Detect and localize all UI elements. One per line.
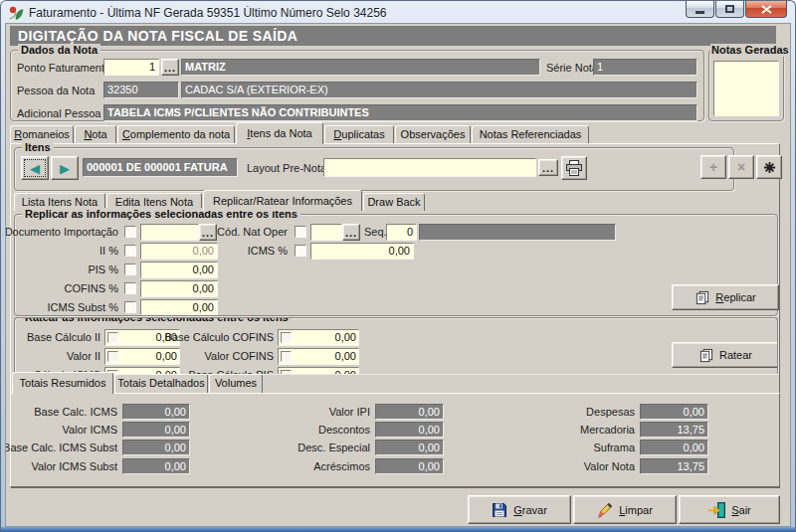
- base-calculo-cofins-input[interactable]: 0,00: [278, 329, 359, 346]
- valor-icms-label: Valor ICMS: [63, 424, 117, 437]
- valor-ipi-field: 0,00: [375, 404, 444, 420]
- base-calc-icms-subst-field: 0,00: [122, 440, 190, 455]
- refresh-item-button[interactable]: [756, 155, 782, 179]
- documento-importacao-input[interactable]: [140, 224, 199, 241]
- ponto-faturamento-input[interactable]: 1: [103, 59, 159, 76]
- maximize-button[interactable]: [715, 1, 744, 18]
- cofins-percent-checkbox[interactable]: [124, 282, 136, 294]
- valor-ii-input[interactable]: 0,00: [104, 348, 180, 365]
- documento-importacao-checkbox[interactable]: [124, 226, 136, 238]
- tab-nota[interactable]: Nota: [75, 125, 116, 143]
- icms-percent-checkbox[interactable]: [295, 245, 306, 257]
- pis-percent-label: PIS %: [88, 264, 118, 276]
- icms-subst-percent-input[interactable]: 0,00: [140, 299, 218, 315]
- base-calculo-cofins-value: 0,00: [294, 330, 356, 345]
- base-calculo-pis-input[interactable]: 0,00: [278, 367, 359, 374]
- valor-icms-field: 0,00: [122, 422, 190, 438]
- asterisk-gear-icon: [763, 161, 776, 174]
- tab-duplicatas[interactable]: Duplicatas: [324, 125, 394, 143]
- valor-cofins-input[interactable]: 0,00: [278, 348, 359, 365]
- acrescimos-field: 0,00: [375, 458, 444, 474]
- base-calculo-ii-checkbox[interactable]: [107, 332, 118, 343]
- totais-resumidos-page: Base Calc. ICMS 0,00 Valor ICMS 0,00 Bas…: [10, 393, 780, 487]
- client-area: DIGITAÇÃO DA NOTA FISCAL DE SAÍDA Dados …: [5, 23, 791, 527]
- close-button[interactable]: [745, 1, 787, 18]
- tab-complemento-da-nota[interactable]: Complemento da nota: [117, 125, 235, 143]
- ponto-faturamento-browse-button[interactable]: ...: [161, 59, 179, 76]
- base-calculo-ii-label: Base Cálculo II: [27, 331, 100, 344]
- limpar-button[interactable]: Limpar: [573, 495, 677, 524]
- next-item-button[interactable]: ▶: [51, 156, 79, 180]
- seq-input[interactable]: 0: [386, 224, 417, 241]
- valor-ipi-label: Valor IPI: [329, 406, 370, 419]
- sair-button[interactable]: Sair: [679, 495, 780, 524]
- tab-volumes[interactable]: Volumes: [209, 374, 263, 393]
- group-ratear-title: Ratear as informações selecionadas entre…: [22, 317, 292, 324]
- print-button[interactable]: [561, 156, 587, 180]
- eraser-pencil-icon: [597, 502, 613, 518]
- icms-subst-percent-checkbox[interactable]: [124, 301, 136, 313]
- minimize-button[interactable]: [686, 1, 714, 18]
- arrow-right-icon: ▶: [60, 162, 70, 175]
- limpar-button-label: Limpar: [619, 504, 653, 516]
- ii-percent-checkbox[interactable]: [124, 245, 136, 257]
- valor-ii-checkbox[interactable]: [107, 351, 118, 362]
- delete-item-button[interactable]: ×: [728, 155, 754, 179]
- suframa-field: 0,00: [640, 440, 708, 455]
- base-calculo-icms-input[interactable]: 0,00: [104, 367, 180, 374]
- adicional-pessoa-label: Adicional Pessoa: [17, 107, 100, 120]
- cod-nat-oper-checkbox[interactable]: [295, 226, 306, 238]
- layout-pre-nota-input[interactable]: [323, 158, 536, 177]
- icms-subst-percent-label: ICMS Subst %: [47, 301, 118, 314]
- tab-totais-resumidos[interactable]: Totais Resumidos: [12, 372, 113, 394]
- group-itens: Itens ◀ ▶ 000001 DE 000001 FATURA Layout…: [14, 147, 734, 191]
- replicar-button[interactable]: Replicar: [672, 284, 779, 310]
- pis-percent-input[interactable]: 0,00: [140, 262, 218, 278]
- layout-pre-nota-browse-button[interactable]: ...: [538, 159, 558, 176]
- cod-nat-oper-browse-button[interactable]: ...: [342, 224, 360, 241]
- tab-replicar-ratear[interactable]: Replicar/Ratear Informações: [203, 190, 362, 211]
- documento-importacao-label: Documento Importação: [5, 226, 118, 239]
- mercadoria-field: 13,75: [640, 422, 708, 438]
- window-bottom-border: [1, 527, 795, 532]
- notas-geradas-listbox[interactable]: [713, 61, 779, 116]
- previous-item-button[interactable]: ◀: [21, 156, 49, 180]
- valor-cofins-checkbox[interactable]: [281, 351, 292, 362]
- ponto-faturamento-label: Ponto Faturamento: [17, 62, 110, 75]
- group-notas-geradas: Notas Geradas: [708, 50, 784, 121]
- icms-percent-input[interactable]: 0,00: [310, 243, 414, 260]
- group-dados-title: Dados da Nota: [18, 44, 100, 57]
- tab-draw-back[interactable]: Draw Back: [363, 193, 425, 211]
- ii-percent-input[interactable]: 0,00: [140, 243, 218, 260]
- window-title: Faturamento - Última NF Gerada 59351 Últ…: [29, 6, 789, 20]
- ellipsis-icon: ...: [345, 228, 357, 238]
- pis-percent-checkbox[interactable]: [124, 264, 136, 275]
- printer-icon: [565, 160, 583, 176]
- ratear-button[interactable]: Ratear: [672, 342, 778, 368]
- layout-pre-nota-label: Layout Pre-Nota: [247, 162, 326, 175]
- cod-nat-oper-input[interactable]: [310, 224, 342, 241]
- save-floppy-icon: [492, 502, 507, 518]
- ii-percent-label: II %: [100, 245, 118, 258]
- valor-nota-label: Valor Nota: [584, 460, 635, 473]
- tab-itens-da-nota[interactable]: Itens da Nota: [236, 122, 323, 144]
- gravar-button[interactable]: Gravar: [468, 495, 571, 524]
- add-item-button[interactable]: +: [700, 155, 726, 179]
- base-calculo-cofins-checkbox[interactable]: [281, 332, 292, 343]
- base-calc-icms-field: 0,00: [122, 404, 190, 420]
- documento-importacao-browse-button[interactable]: ...: [199, 224, 217, 241]
- nat-oper-description-field: [419, 224, 616, 241]
- maximize-icon: [725, 5, 734, 13]
- valor-ii-label: Valor II: [67, 350, 100, 363]
- cofins-percent-input[interactable]: 0,00: [140, 280, 218, 297]
- despesas-field: 0,00: [640, 404, 708, 420]
- base-calculo-pis-checkbox[interactable]: [281, 370, 292, 374]
- tab-notas-referenciadas[interactable]: Notas Referenciadas: [472, 125, 589, 143]
- tab-totais-detalhados[interactable]: Totais Detalhados: [114, 374, 208, 393]
- ponto-faturamento-name-field: MATRIZ: [181, 59, 540, 76]
- tab-observacoes[interactable]: Observações: [395, 125, 471, 143]
- sair-button-label: Sair: [731, 504, 751, 516]
- app-icon: [8, 5, 24, 21]
- record-position-field: 000001 DE 000001 FATURA: [83, 158, 238, 177]
- group-notas-geradas-title: Notas Geradas: [710, 44, 790, 57]
